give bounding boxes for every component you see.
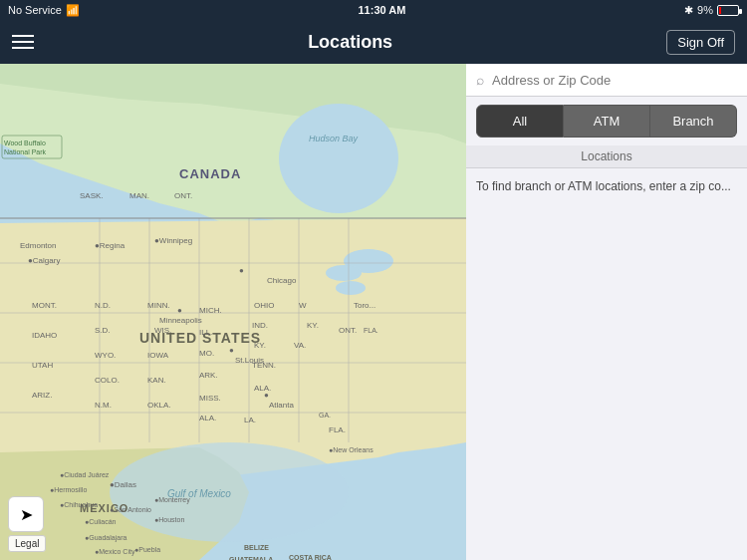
search-input[interactable] <box>492 73 737 88</box>
svg-text:GUATEMALA: GUATEMALA <box>229 556 273 560</box>
svg-text:SASK.: SASK. <box>80 191 104 200</box>
svg-text:LA.: LA. <box>244 416 256 424</box>
wifi-icon: 📶 <box>66 4 80 17</box>
main-content: Hudson Bay Gulf of Mexico <box>0 64 747 560</box>
svg-text:●Winnipeg: ●Winnipeg <box>154 236 192 245</box>
svg-text:N.D.: N.D. <box>95 301 111 310</box>
svg-text:WIS.: WIS. <box>154 326 171 335</box>
svg-text:●: ● <box>229 346 234 355</box>
sign-off-button[interactable]: Sign Off <box>666 30 735 55</box>
status-time: 11:30 AM <box>359 4 406 16</box>
filter-atm-button[interactable]: ATM <box>564 105 650 138</box>
svg-text:BELIZE: BELIZE <box>244 544 269 551</box>
page-title: Locations <box>308 32 392 53</box>
svg-text:KY.: KY. <box>307 321 319 330</box>
svg-text:MICH.: MICH. <box>199 306 222 315</box>
svg-text:●New Orleans: ●New Orleans <box>329 446 374 453</box>
svg-text:●San Antonio: ●San Antonio <box>110 506 151 513</box>
svg-text:IDAHO: IDAHO <box>32 331 57 340</box>
status-left: No Service 📶 <box>8 4 80 17</box>
svg-text:●: ● <box>177 306 182 315</box>
svg-text:GA.: GA. <box>319 412 331 419</box>
filter-branch-button[interactable]: Branch <box>650 105 737 138</box>
map-area[interactable]: Hudson Bay Gulf of Mexico <box>0 64 466 560</box>
svg-text:OKLA.: OKLA. <box>147 401 171 410</box>
locations-heading: Locations <box>466 145 747 168</box>
svg-text:OHIO: OHIO <box>254 301 274 310</box>
svg-text:MISS.: MISS. <box>199 394 221 403</box>
battery-fill <box>719 7 721 14</box>
svg-text:Toro...: Toro... <box>354 301 375 310</box>
carrier-text: No Service <box>8 4 62 16</box>
svg-text:Atlanta: Atlanta <box>269 401 294 410</box>
right-panel: ⌕ All ATM Branch Locations To find branc… <box>466 64 747 560</box>
svg-text:ALA.: ALA. <box>199 414 216 422</box>
svg-text:●Monterrey: ●Monterrey <box>154 496 190 504</box>
svg-text:●: ● <box>264 391 269 400</box>
legal-button[interactable]: Legal <box>8 535 46 552</box>
filter-all-button[interactable]: All <box>476 105 564 138</box>
svg-text:KAN.: KAN. <box>147 376 166 385</box>
svg-text:●Guadalajara: ●Guadalajara <box>85 534 126 542</box>
status-bar: No Service 📶 11:30 AM ✱ 9% <box>0 0 747 20</box>
svg-text:COLO.: COLO. <box>95 376 120 385</box>
svg-text:ARK.: ARK. <box>199 371 218 380</box>
svg-text:●Mexico City: ●Mexico City <box>95 548 135 556</box>
nav-bar: Locations Sign Off <box>0 20 747 64</box>
svg-text:Minneapolis: Minneapolis <box>159 316 202 325</box>
svg-text:WYO.: WYO. <box>95 351 116 360</box>
svg-text:W: W <box>299 301 307 310</box>
svg-point-1 <box>279 104 398 213</box>
svg-text:FLA.: FLA. <box>329 425 346 434</box>
svg-text:●Chihuahua: ●Chihuahua <box>60 501 98 508</box>
location-button[interactable]: ➤ <box>8 496 44 532</box>
svg-text:S.D.: S.D. <box>95 326 111 335</box>
hamburger-menu[interactable] <box>12 35 34 49</box>
map-svg: Hudson Bay Gulf of Mexico <box>0 64 466 560</box>
svg-text:ONT.: ONT. <box>339 326 357 335</box>
bluetooth-icon: ✱ <box>684 4 693 17</box>
svg-text:●Dallas: ●Dallas <box>110 480 136 489</box>
svg-text:FLA.: FLA. <box>364 327 378 334</box>
svg-text:●Regina: ●Regina <box>95 241 125 250</box>
svg-text:ARIZ.: ARIZ. <box>32 391 52 400</box>
info-text: To find branch or ATM locations, enter a… <box>466 168 747 205</box>
svg-text:●Hermosillo: ●Hermosillo <box>50 486 87 493</box>
svg-point-7 <box>336 281 366 295</box>
svg-text:MO.: MO. <box>199 349 214 358</box>
svg-text:IND.: IND. <box>252 321 268 330</box>
search-bar: ⌕ <box>466 64 747 97</box>
svg-text:MONT.: MONT. <box>32 301 57 310</box>
battery-percent: 9% <box>697 4 713 16</box>
svg-text:UTAH: UTAH <box>32 361 53 370</box>
search-icon: ⌕ <box>476 72 484 88</box>
svg-text:COSTA RICA: COSTA RICA <box>289 554 332 560</box>
filter-buttons: All ATM Branch <box>466 97 747 145</box>
svg-text:●Puebla: ●Puebla <box>134 546 160 553</box>
status-right: ✱ 9% <box>684 4 739 17</box>
svg-text:Wood Buffalo: Wood Buffalo <box>4 140 46 146</box>
svg-text:Chicago: Chicago <box>267 276 297 285</box>
svg-text:MAN.: MAN. <box>129 191 149 200</box>
svg-text:IOWA: IOWA <box>147 351 169 360</box>
svg-text:CANADA: CANADA <box>179 166 241 181</box>
svg-text:MINN.: MINN. <box>147 301 170 310</box>
svg-text:●Culiacán: ●Culiacán <box>85 518 117 525</box>
svg-text:Hudson Bay: Hudson Bay <box>309 134 359 143</box>
svg-text:VA.: VA. <box>294 341 306 350</box>
svg-text:St.Louis: St.Louis <box>235 356 264 365</box>
svg-text:ILL.: ILL. <box>199 328 212 337</box>
svg-text:Edmonton: Edmonton <box>20 241 56 250</box>
battery-icon <box>717 5 739 16</box>
svg-text:KY.: KY. <box>254 341 266 350</box>
svg-text:●: ● <box>239 266 244 275</box>
svg-text:●Houston: ●Houston <box>154 516 184 523</box>
svg-text:N.M.: N.M. <box>95 401 112 410</box>
svg-text:National Park: National Park <box>4 148 47 155</box>
svg-text:●Ciudad Juárez: ●Ciudad Juárez <box>60 471 110 478</box>
svg-text:ONT.: ONT. <box>174 191 192 200</box>
svg-point-6 <box>326 265 362 281</box>
location-arrow-icon: ➤ <box>20 505 33 524</box>
svg-text:●Calgary: ●Calgary <box>28 256 60 265</box>
